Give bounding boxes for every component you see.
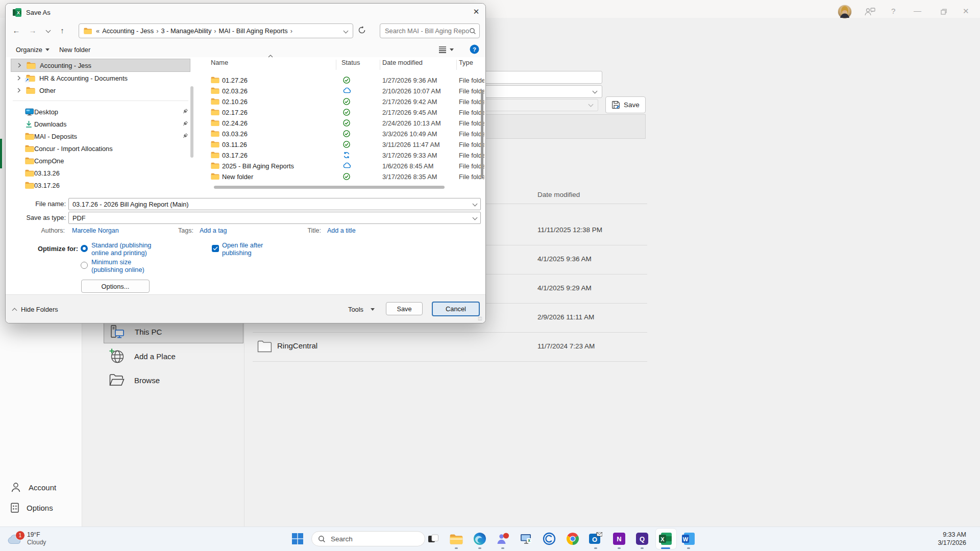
sidebar-item-other[interactable]: Other <box>11 84 190 96</box>
backstage-place-browse[interactable]: Browse <box>104 369 243 391</box>
sidebar-item-hr-accounting-documents[interactable]: HR & Accounting - Documents <box>11 72 190 84</box>
sidebar-item-compone[interactable]: CompOne <box>11 155 190 167</box>
save-type-combo[interactable] <box>68 212 481 224</box>
expand-chevron-icon[interactable] <box>17 63 21 68</box>
new-folder-button[interactable]: New folder <box>59 46 90 54</box>
forward-button[interactable]: → <box>26 24 39 36</box>
recent-locations-button[interactable] <box>41 24 55 36</box>
file-list-hscrollbar[interactable] <box>205 185 484 190</box>
breadcrumb-segment[interactable]: 3 - ManageAbility <box>159 27 213 35</box>
backstage-nav-account[interactable]: Account <box>10 482 82 493</box>
taskbar-app-teams[interactable] <box>492 528 515 550</box>
breadcrumb-segment[interactable]: Accounting - Jess <box>101 27 155 35</box>
breadcrumb-bar[interactable]: « Accounting - Jess›3 - ManageAbility›MA… <box>79 23 353 38</box>
column-header-date[interactable]: Date modified <box>382 59 423 66</box>
view-options-button[interactable] <box>438 46 454 53</box>
file-row[interactable]: New folder3/17/2026 8:35 AMFile folder <box>205 171 484 182</box>
search-box[interactable] <box>380 23 480 38</box>
file-name-combo[interactable] <box>68 198 481 210</box>
taskbar-app-concur[interactable] <box>538 528 561 550</box>
save-button[interactable]: Save <box>386 302 423 315</box>
back-button[interactable]: ← <box>10 24 23 36</box>
sidebar-item-03-17-26[interactable]: 03.17.26 <box>11 179 190 191</box>
expand-chevron-icon[interactable] <box>17 88 21 93</box>
cancel-button[interactable]: Cancel <box>432 302 480 316</box>
up-button[interactable]: ↑ <box>56 24 69 36</box>
sidebar-item-03-13-26[interactable]: 03.13.26 <box>11 167 190 179</box>
file-row[interactable]: 02.10.262/17/2026 9:42 AMFile folder <box>205 96 484 107</box>
breadcrumb-collapse[interactable]: « <box>95 27 101 35</box>
file-row[interactable]: 03.11.263/11/2026 11:47 AMFile folder <box>205 139 484 150</box>
optimize-standard-radio[interactable] <box>81 245 88 252</box>
tree-scrollbar[interactable] <box>190 60 193 190</box>
authors-value[interactable]: Marcelle Norgan <box>72 227 119 234</box>
optimize-standard-label[interactable]: Standard (publishing online and printing… <box>91 241 151 257</box>
start-button[interactable] <box>292 533 303 544</box>
chevron-down-icon[interactable] <box>473 215 478 220</box>
restore-button[interactable] <box>941 9 947 15</box>
options-button[interactable]: Options... <box>81 280 150 293</box>
feedback-icon[interactable] <box>864 7 875 16</box>
organize-button[interactable]: Organize <box>16 46 50 54</box>
sidebar-item-downloads[interactable]: Downloads <box>11 118 190 130</box>
backstage-files-header[interactable]: Date modified <box>537 191 580 198</box>
breadcrumb-separator-icon[interactable]: › <box>289 27 293 35</box>
taskbar-app-file-explorer[interactable] <box>445 528 469 550</box>
taskbar-app-app-q[interactable]: Q <box>631 528 654 550</box>
taskbar-app-excel[interactable]: X <box>654 528 677 550</box>
file-row[interactable]: 02.24.262/24/2026 10:13 AMFile folder <box>205 118 484 129</box>
column-header-type[interactable]: Type <box>459 59 473 66</box>
excel-close-button[interactable]: ✕ <box>963 7 969 16</box>
taskbar-app-chrome[interactable] <box>561 528 584 550</box>
tags-add-link[interactable]: Add a tag <box>200 227 227 234</box>
minimize-button[interactable]: — <box>914 6 921 15</box>
refresh-icon[interactable] <box>358 26 366 34</box>
file-row[interactable]: 02.03.262/10/2026 10:07 AMFile folder <box>205 86 484 96</box>
save-type-input[interactable] <box>72 212 459 223</box>
chevron-down-icon[interactable] <box>473 202 478 207</box>
taskbar-app-edge[interactable] <box>468 528 492 550</box>
hide-folders-button[interactable]: Hide Folders <box>13 306 58 313</box>
sidebar-item-accounting-jess[interactable]: Accounting - Jess <box>11 59 190 72</box>
breadcrumb-segment[interactable]: MAI - Bill Aging Reports <box>217 27 289 35</box>
taskbar-clock[interactable]: 9:33 AM 3/17/2026 <box>903 531 966 547</box>
avatar[interactable] <box>838 5 852 19</box>
taskbar-search[interactable]: Search <box>311 531 425 546</box>
file-row[interactable]: 02.17.262/17/2026 9:45 AMFile folder <box>205 107 484 118</box>
taskbar-app-outlook[interactable]: O <box>584 528 608 550</box>
search-input[interactable] <box>380 27 469 35</box>
optimize-minimum-radio[interactable] <box>81 262 88 269</box>
breadcrumb-separator-icon[interactable]: › <box>213 27 217 35</box>
taskbar-app-word[interactable]: W <box>677 528 701 550</box>
column-header-status[interactable]: Status <box>341 59 360 66</box>
taskbar-app-onenote[interactable]: N <box>607 528 631 550</box>
tools-button[interactable]: Tools <box>348 306 375 313</box>
open-after-checkbox[interactable] <box>212 245 219 252</box>
backstage-place-add-a-place[interactable]: Add a Place <box>104 345 243 367</box>
backstage-save-button[interactable]: Save <box>605 96 646 113</box>
expand-chevron-icon[interactable] <box>17 76 21 81</box>
optimize-minimum-label[interactable]: Minimum size (publishing online) <box>91 258 144 273</box>
breadcrumb-separator-icon[interactable]: › <box>155 27 159 35</box>
file-name-input[interactable] <box>72 198 459 210</box>
sidebar-item-desktop[interactable]: Desktop <box>11 106 190 118</box>
address-dropdown-icon[interactable] <box>344 29 349 34</box>
weather-widget[interactable]: 1 19°F Cloudy <box>7 529 109 549</box>
file-row[interactable]: 2025 - Bill Aging Reports1/6/2026 8:45 A… <box>205 161 484 171</box>
resize-grip[interactable]: ◫ <box>478 316 482 321</box>
title-add-link[interactable]: Add a title <box>327 227 356 234</box>
dialog-close-button[interactable]: ✕ <box>469 6 483 18</box>
taskbar-app-task-view[interactable] <box>422 528 445 550</box>
taskbar-app-remote-app[interactable]: x <box>514 528 538 550</box>
sidebar-item-mai-deposits[interactable]: MAI - Deposits <box>11 130 190 142</box>
sidebar-item-concur-import-allocations[interactable]: Concur - Import Allocations <box>11 142 190 155</box>
open-after-label[interactable]: Open file after publishing <box>222 241 263 257</box>
file-list-vscrollbar[interactable] <box>481 75 483 185</box>
file-row[interactable]: 03.17.263/17/2026 9:33 AMFile folder <box>205 150 484 161</box>
backstage-nav-options[interactable]: Options <box>10 503 82 513</box>
backstage-file-row[interactable]: RingCentral11/7/2024 7:23 AM <box>253 333 647 362</box>
column-header-name[interactable]: Name <box>211 59 228 66</box>
file-row[interactable]: 01.27.261/27/2026 9:36 AMFile folder <box>205 75 484 86</box>
help-icon[interactable]: ? <box>891 7 895 15</box>
file-row[interactable]: 03.03.263/3/2026 10:49 AMFile folder <box>205 129 484 139</box>
